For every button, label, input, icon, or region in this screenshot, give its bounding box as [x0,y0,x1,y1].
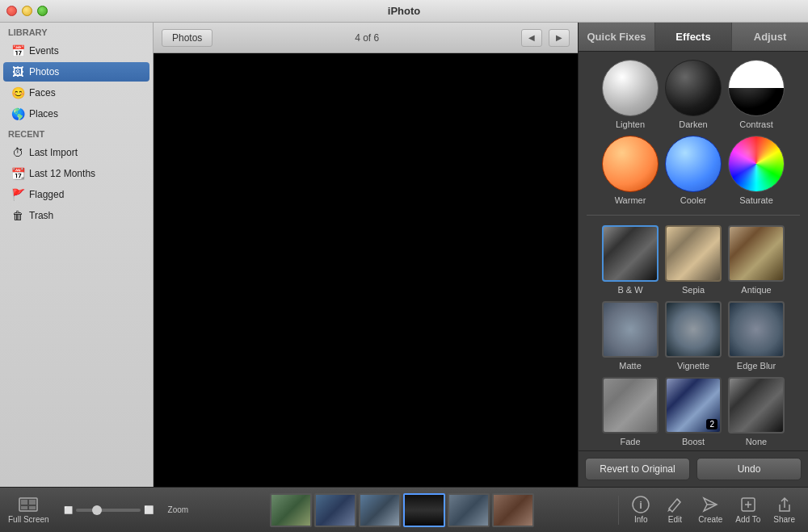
effects-content: Lighten Darken Contrast Warmer [579,52,808,450]
effect-boost[interactable]: 2 Boost [665,377,722,446]
cooler-label: Cooler [680,195,706,205]
info-label: Info [634,515,648,524]
film-thumb-5[interactable] [448,493,490,527]
antique-label: Antique [741,285,771,295]
edit-icon [664,496,685,513]
bw-thumb[interactable] [602,225,659,282]
effect-edgeblur[interactable]: Edge Blur [728,301,785,371]
effect-matte[interactable]: Matte [602,301,659,371]
library-header: LIBRARY [0,23,153,40]
tab-adjust[interactable]: Adjust [732,23,808,51]
sepia-thumb[interactable] [665,225,722,282]
sidebar-item-trash-label: Trash [29,210,53,221]
film-thumb-3[interactable] [359,493,401,527]
film-thumb-6[interactable] [492,493,534,527]
cooler-sphere[interactable] [665,136,722,192]
fullscreen-button[interactable]: Full Screen [8,496,49,524]
sidebar-item-events[interactable]: 📅 Events [3,41,149,61]
effect-darken[interactable]: Darken [665,60,722,129]
maximize-button[interactable] [37,6,48,16]
effect-sepia[interactable]: Sepia [665,225,722,295]
page-count: 4 of 6 [320,32,415,44]
share-label: Share [773,515,795,524]
content-area: Photos 4 of 6 ◀ ▶ [154,23,578,487]
fade-thumb[interactable] [602,377,659,434]
contrast-sphere[interactable] [728,60,785,116]
photo-effects-row-3: Fade 2 Boost None [587,377,800,446]
sidebar-item-last-12-months[interactable]: 📆 Last 12 Months [3,164,149,183]
sidebar-item-faces[interactable]: 😊 Faces [3,83,149,103]
film-thumb-4[interactable] [403,493,445,527]
sidebar-item-flagged-label: Flagged [29,189,64,200]
sidebar-item-last-import[interactable]: ⏱ Last Import [3,143,149,162]
close-button[interactable] [6,6,17,16]
bw-label: B & W [617,285,642,295]
antique-thumb[interactable] [728,225,785,282]
none-thumb[interactable] [728,377,785,434]
effect-antique[interactable]: Antique [728,225,785,295]
tab-effects[interactable]: Effects [655,23,732,51]
darken-sphere[interactable] [665,60,722,116]
bottom-bar: Full Screen ⬜ ⬜ Zoom [0,487,808,532]
prev-button[interactable]: ◀ [521,29,542,47]
effect-fade[interactable]: Fade [602,377,659,446]
sphere-effects-row-2: Warmer Cooler Saturate [587,136,800,205]
sidebar-item-trash[interactable]: 🗑 Trash [3,206,149,225]
bottom-divider [618,496,619,525]
edgeblur-thumb[interactable] [728,301,785,358]
lighten-sphere[interactable] [602,60,659,116]
effect-bw[interactable]: B & W [602,225,659,295]
effect-saturate[interactable]: Saturate [728,136,785,205]
lighten-label: Lighten [616,119,645,129]
share-action[interactable]: Share [768,492,800,527]
film-thumb-1[interactable] [270,493,312,527]
trash-icon: 🗑 [11,209,24,222]
boost-thumb[interactable]: 2 [665,377,722,434]
matte-thumb[interactable] [602,301,659,358]
vignette-thumb[interactable] [665,301,722,358]
effect-none[interactable]: None [728,377,785,446]
film-thumb-2[interactable] [314,493,356,527]
undo-button[interactable]: Undo [696,458,802,480]
tab-quick-fixes[interactable]: Quick Fixes [579,23,655,51]
content-toolbar: Photos 4 of 6 ◀ ▶ [154,23,578,53]
sepia-label: Sepia [682,285,705,295]
sidebar-item-places[interactable]: 🌎 Places [3,104,149,124]
svg-rect-4 [29,506,36,509]
fullscreen-icon [17,496,40,513]
add-to-action[interactable]: Add To [730,492,765,527]
info-icon: i [630,496,651,513]
sidebar-item-last-12-months-label: Last 12 Months [29,168,95,179]
places-icon: 🌎 [11,107,24,120]
boost-badge: 2 [706,419,718,429]
photos-button[interactable]: Photos [162,29,213,47]
effect-cooler[interactable]: Cooler [665,136,722,205]
saturate-sphere[interactable] [728,136,785,192]
zoom-thumb[interactable] [92,505,102,515]
sidebar-item-photos[interactable]: 🖼 Photos [3,62,149,82]
effect-contrast[interactable]: Contrast [728,60,785,129]
effect-vignette[interactable]: Vignette [665,301,722,371]
warmer-sphere[interactable] [602,136,659,192]
photos-icon: 🖼 [11,65,24,78]
sidebar-item-places-label: Places [29,108,58,119]
bottom-left-tools: Full Screen ⬜ ⬜ Zoom [8,496,188,524]
revert-to-original-button[interactable]: Revert to Original [585,458,690,480]
add-to-label: Add To [735,515,760,524]
svg-rect-2 [29,500,36,505]
main-layout: LIBRARY 📅 Events 🖼 Photos 😊 Faces 🌎 Plac… [0,23,808,487]
minimize-button[interactable] [22,6,32,16]
panel-tabs: Quick Fixes Effects Adjust [579,23,808,52]
effect-warmer[interactable]: Warmer [602,136,659,205]
create-action[interactable]: Create [693,492,727,527]
edit-action[interactable]: Edit [659,492,690,527]
sidebar-item-flagged[interactable]: 🚩 Flagged [3,185,149,204]
photo-canvas [154,53,578,487]
zoom-track[interactable] [76,509,141,512]
flagged-icon: 🚩 [11,188,24,201]
last-import-icon: ⏱ [11,146,24,159]
next-button[interactable]: ▶ [549,29,570,47]
info-action[interactable]: i Info [625,492,656,527]
zoom-in-icon: ⬜ [144,505,154,514]
effect-lighten[interactable]: Lighten [602,60,659,129]
